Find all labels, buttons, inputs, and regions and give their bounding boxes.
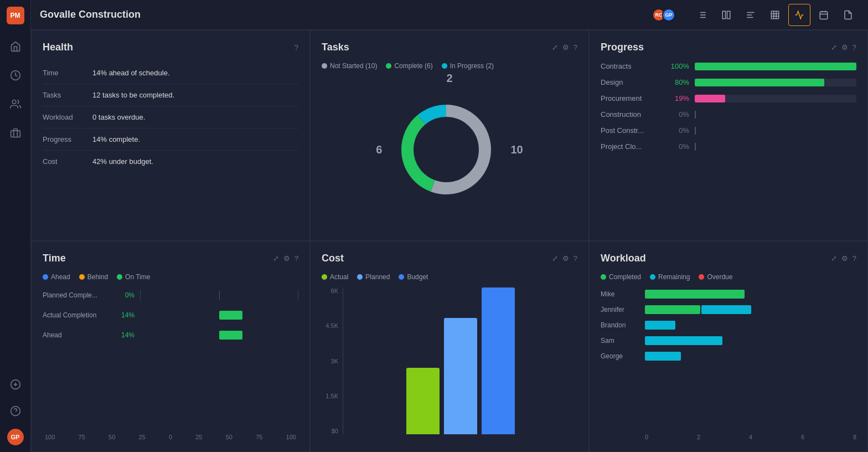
health-help-icon[interactable]: ?	[294, 43, 298, 52]
user-avatars: RC GP	[652, 8, 675, 22]
sidebar-add[interactable]	[7, 376, 24, 393]
progress-actions: ⤢ ⚙ ?	[831, 43, 856, 52]
tool-pulse[interactable]	[788, 4, 810, 26]
tasks-settings-icon[interactable]: ⚙	[562, 43, 569, 52]
wl-axis-4: 4	[749, 434, 752, 440]
progress-label-project-closure: Project Clo...	[601, 142, 662, 151]
time-settings-icon[interactable]: ⚙	[283, 254, 290, 263]
time-row-planned: Planned Comple... 0%	[43, 290, 298, 301]
sidebar-item-briefcase[interactable]	[7, 124, 24, 142]
cost-y-15k: 1.5K	[326, 393, 338, 399]
tasks-help-icon[interactable]: ?	[574, 43, 577, 52]
time-help-icon[interactable]: ?	[294, 254, 298, 263]
time-row-ahead: Ahead 14%	[43, 330, 298, 341]
svg-rect-2	[11, 131, 20, 137]
user-avatar[interactable]: GP	[7, 429, 24, 445]
progress-row-contracts: Contracts 100%	[601, 62, 856, 70]
progress-fill-procurement	[695, 95, 725, 102]
progress-expand-icon[interactable]: ⤢	[831, 43, 837, 52]
health-label-time: Time	[43, 69, 92, 77]
tasks-title: Tasks	[322, 42, 349, 53]
time-expand-icon[interactable]: ⤢	[273, 254, 279, 263]
legend-label-planned: Planned	[365, 273, 390, 281]
workload-bars-jennifer	[645, 305, 856, 314]
time-axis-25l: 25	[138, 434, 145, 440]
cost-help-icon[interactable]: ?	[574, 254, 577, 263]
sidebar-item-clock[interactable]	[7, 66, 24, 84]
workload-settings-icon[interactable]: ⚙	[841, 254, 848, 263]
time-bar-planned	[140, 290, 298, 301]
cost-bar-budget	[482, 287, 515, 434]
tasks-expand-icon[interactable]: ⤢	[552, 43, 558, 52]
svg-rect-24	[820, 12, 828, 19]
progress-fill-design	[695, 79, 824, 86]
legend-label-not-started: Not Started (10)	[330, 62, 377, 70]
workload-row-sam: Sam	[601, 336, 856, 345]
sidebar-item-home[interactable]	[7, 38, 24, 55]
cost-y-6k: 6K	[331, 287, 338, 294]
time-axis-75l: 75	[79, 434, 85, 440]
progress-settings-icon[interactable]: ⚙	[841, 43, 848, 52]
workload-bar-jennifer-completed	[645, 305, 700, 314]
progress-label-post-construction: Post Constr...	[601, 126, 662, 135]
cost-bar-actual	[406, 368, 440, 434]
time-label-actual: Actual Completion	[43, 311, 109, 319]
cost-title: Cost	[322, 253, 344, 264]
donut-label-top: 2	[446, 72, 452, 85]
app-logo[interactable]: PM	[7, 7, 24, 24]
cost-expand-icon[interactable]: ⤢	[552, 254, 558, 263]
cost-chart-area: 6K 4.5K 3K 1.5K $0	[322, 287, 577, 448]
legend-label-ahead: Ahead	[51, 273, 70, 281]
progress-row-procurement: Procurement 19%	[601, 94, 856, 102]
tool-columns[interactable]	[715, 4, 737, 26]
health-value-time: 14% ahead of schedule.	[92, 69, 170, 77]
time-bar-ahead-container	[140, 330, 298, 341]
legend-complete: Complete (6)	[386, 62, 432, 70]
cost-settings-icon[interactable]: ⚙	[562, 254, 569, 263]
progress-divider-project-closure	[695, 143, 696, 151]
sidebar-item-people[interactable]	[7, 95, 24, 113]
time-chart: Planned Comple... 0% Actual Completion 1…	[43, 290, 298, 429]
health-row-time: Time 14% ahead of schedule.	[43, 62, 298, 84]
progress-label-procurement: Procurement	[601, 94, 662, 102]
sidebar-help[interactable]	[7, 402, 24, 420]
cost-legend-actual: Actual	[322, 273, 348, 281]
tool-list[interactable]	[691, 4, 713, 26]
workload-header: Workload ⤢ ⚙ ?	[601, 253, 856, 264]
health-header: Health ?	[43, 42, 298, 53]
tool-calendar[interactable]	[813, 4, 835, 26]
workload-x-axis: 0 2 4 6 8	[601, 434, 856, 440]
time-bar-ahead-fill	[219, 331, 242, 340]
legend-label-ontime: On Time	[125, 273, 150, 281]
health-row-workload: Workload 0 tasks overdue.	[43, 106, 298, 129]
progress-help-icon[interactable]: ?	[852, 43, 856, 52]
time-divider-planned	[219, 291, 220, 300]
cost-y-45k: 4.5K	[326, 322, 338, 329]
workload-legend-remaining: Remaining	[650, 273, 690, 281]
workload-legend-completed: Completed	[601, 273, 641, 281]
tasks-panel: Tasks ⤢ ⚙ ? Not Started (10) Complete (6…	[310, 30, 589, 241]
progress-label-design: Design	[601, 78, 662, 86]
workload-legend-overdue: Overdue	[699, 273, 732, 281]
tool-file[interactable]	[837, 4, 859, 26]
tasks-legend: Not Started (10) Complete (6) In Progres…	[322, 62, 577, 70]
cost-legend: Actual Planned Budget	[322, 273, 577, 281]
time-label-ahead: Ahead	[43, 331, 109, 339]
workload-help-icon[interactable]: ?	[852, 254, 856, 263]
time-legend-ahead: Ahead	[43, 273, 70, 281]
legend-dot-wl-remaining	[650, 274, 655, 280]
time-axis-75r: 75	[256, 434, 262, 440]
time-bar-ahead	[219, 331, 242, 340]
progress-pct-contracts: 100%	[667, 62, 689, 70]
health-label-cost: Cost	[43, 157, 92, 166]
avatar-gp[interactable]: GP	[662, 8, 675, 22]
tool-gantt[interactable]	[740, 4, 762, 26]
time-panel: Time ⤢ ⚙ ? Ahead Behind	[31, 241, 310, 452]
tool-table[interactable]	[764, 4, 786, 26]
progress-track-design	[695, 79, 856, 86]
workload-bar-brandon-remaining	[645, 321, 675, 330]
svg-point-1	[12, 100, 16, 104]
time-legend-behind: Behind	[79, 273, 108, 281]
workload-expand-icon[interactable]: ⤢	[831, 254, 837, 263]
time-axis-50l: 50	[108, 434, 115, 440]
